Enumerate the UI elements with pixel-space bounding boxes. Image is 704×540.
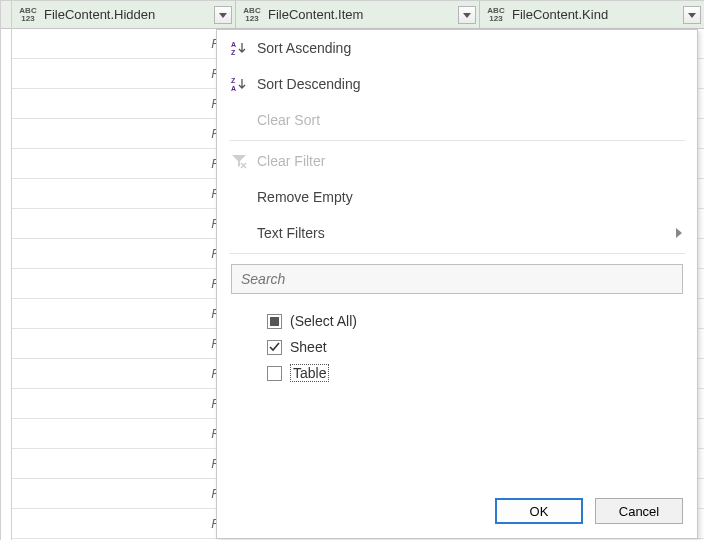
svg-text:Z: Z — [231, 77, 236, 84]
sort-descending-item[interactable]: Z A Sort Descending — [217, 66, 697, 102]
cell[interactable]: FA — [12, 479, 236, 509]
row-header-strip — [1, 1, 12, 540]
cell[interactable]: FA — [12, 509, 236, 539]
column-header-row: ABC123 FileContent.Hidden ABC123 FileCon… — [12, 1, 704, 29]
cell[interactable]: FA — [12, 359, 236, 389]
cell[interactable]: FA — [12, 149, 236, 179]
cell[interactable]: FA — [12, 89, 236, 119]
menu-label: Clear Sort — [257, 112, 697, 128]
svg-text:A: A — [231, 85, 236, 92]
cell[interactable]: FA — [12, 29, 236, 59]
column-header-label: FileContent.Kind — [512, 7, 608, 22]
column-header-kind[interactable]: ABC123 FileContent.Kind — [480, 1, 704, 29]
filter-value-label: Table — [290, 364, 329, 382]
checkbox-checked-icon — [267, 340, 282, 355]
svg-text:Z: Z — [231, 49, 236, 56]
column-header-label: FileContent.Hidden — [44, 7, 155, 22]
filter-dropdown-button[interactable] — [683, 6, 701, 24]
cell[interactable]: FA — [12, 449, 236, 479]
cell[interactable]: FA — [12, 419, 236, 449]
cell[interactable]: FA — [12, 299, 236, 329]
cancel-button[interactable]: Cancel — [595, 498, 683, 524]
datatype-any-icon: ABC123 — [486, 5, 506, 25]
cell[interactable]: FA — [12, 179, 236, 209]
datatype-any-icon: ABC123 — [242, 5, 262, 25]
menu-label: Clear Filter — [257, 153, 697, 169]
column-header-label: FileContent.Item — [268, 7, 363, 22]
checkbox-indeterminate-icon — [267, 314, 282, 329]
sort-descending-icon: Z A — [231, 76, 257, 92]
filter-value-table[interactable]: Table — [267, 360, 683, 386]
filter-value-select-all[interactable]: (Select All) — [267, 308, 683, 334]
menu-label: Sort Ascending — [257, 40, 697, 56]
cell[interactable]: FA — [12, 329, 236, 359]
cell[interactable]: FA — [12, 269, 236, 299]
menu-label: Text Filters — [257, 225, 675, 241]
filter-dropdown-button[interactable] — [458, 6, 476, 24]
menu-label: Remove Empty — [257, 189, 697, 205]
cell[interactable]: FA — [12, 119, 236, 149]
filter-value-list: (Select All) Sheet Table — [217, 298, 697, 390]
clear-filter-item: Clear Filter — [217, 143, 697, 179]
cell[interactable]: FA — [12, 59, 236, 89]
remove-empty-item[interactable]: Remove Empty — [217, 179, 697, 215]
submenu-arrow-icon — [675, 225, 683, 241]
column-filter-menu: A Z Sort Ascending Z A Sort Descending C… — [216, 29, 698, 539]
cell[interactable]: FA — [12, 239, 236, 269]
filter-value-sheet[interactable]: Sheet — [267, 334, 683, 360]
filter-search-input[interactable] — [231, 264, 683, 294]
clear-filter-icon — [231, 153, 257, 169]
cell[interactable]: FA — [12, 209, 236, 239]
datatype-any-icon: ABC123 — [18, 5, 38, 25]
sort-ascending-item[interactable]: A Z Sort Ascending — [217, 30, 697, 66]
filter-dropdown-button[interactable] — [214, 6, 232, 24]
menu-separator — [229, 253, 685, 254]
menu-separator — [229, 140, 685, 141]
filter-value-label: (Select All) — [290, 313, 357, 329]
text-filters-item[interactable]: Text Filters — [217, 215, 697, 251]
row-header-corner — [1, 1, 11, 29]
filter-value-label: Sheet — [290, 339, 327, 355]
ok-button[interactable]: OK — [495, 498, 583, 524]
dialog-button-bar: OK Cancel — [217, 488, 697, 538]
clear-sort-item: Clear Sort — [217, 102, 697, 138]
svg-text:A: A — [231, 41, 236, 48]
cell[interactable]: FA — [12, 389, 236, 419]
column-header-hidden[interactable]: ABC123 FileContent.Hidden — [12, 1, 236, 29]
checkbox-unchecked-icon — [267, 366, 282, 381]
sort-ascending-icon: A Z — [231, 40, 257, 56]
column-header-item[interactable]: ABC123 FileContent.Item — [236, 1, 480, 29]
menu-label: Sort Descending — [257, 76, 697, 92]
